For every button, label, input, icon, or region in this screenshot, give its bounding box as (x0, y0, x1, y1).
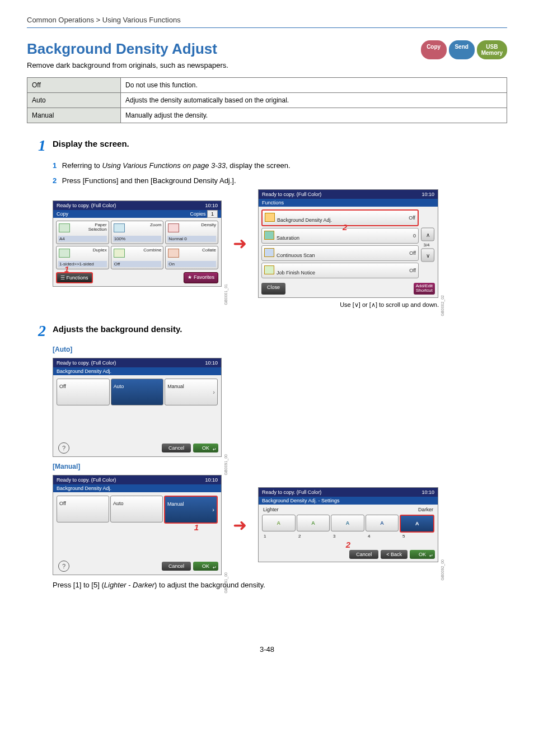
density-level-3[interactable]: A (331, 515, 364, 531)
panel-time: 10:10 (205, 360, 218, 366)
mode-pills: Copy Send USB Memory (421, 40, 507, 59)
substep-text: Press [Functions] and then [Background D… (62, 176, 236, 185)
page-title: Background Density Adjust (27, 40, 228, 58)
bda-manual-button[interactable]: Manual› (164, 496, 218, 524)
bda-auto-button[interactable]: Auto (111, 379, 164, 405)
chevron-right-icon: › (213, 389, 215, 395)
step-number: 2 (27, 322, 46, 340)
pill-copy: Copy (421, 40, 447, 59)
options-table: OffDo not use this function. AutoAdjusts… (27, 77, 507, 123)
func-saturation[interactable]: Saturation0 (261, 228, 419, 244)
panel-status: Ready to copy. (Full Color) (262, 192, 321, 197)
panel-mode: Copy (57, 211, 68, 217)
tile-combine[interactable]: CombineOff (111, 246, 164, 269)
bda-auto-panel: Ready to copy. (Full Color)10:10 Backgro… (53, 358, 222, 457)
func-continuous-scan[interactable]: Continuous ScanOff (261, 245, 419, 261)
panel-status: Ready to copy. (Full Color) (262, 489, 321, 495)
callout-marker: 2 (346, 540, 350, 549)
screen-code: GB0091_00 (224, 454, 228, 475)
tile-zoom[interactable]: Zoom100% (111, 221, 164, 244)
panel-status: Ready to copy. (Full Color) (57, 477, 116, 483)
scale-num: 5 (401, 534, 434, 539)
scroll-up-button[interactable]: ∧ (421, 228, 434, 241)
cancel-button[interactable]: Cancel (162, 444, 191, 452)
arrow-icon: ➜ (233, 515, 247, 535)
opt-desc: Do not use this function. (121, 78, 507, 93)
opt-name: Manual (27, 108, 121, 123)
bda-auto-button[interactable]: Auto (110, 496, 163, 522)
help-icon[interactable]: ? (58, 442, 69, 454)
favorites-button[interactable]: ★ Favorites (184, 272, 218, 283)
chevron-right-icon: › (212, 506, 214, 513)
panel-mode: Background Density Adj. (57, 368, 111, 374)
tile-collate[interactable]: CollateOn (165, 246, 218, 269)
functions-button[interactable]: ☰ Functions (56, 272, 93, 283)
screen-code: GB0001_01 (224, 284, 228, 305)
func-bg-density-adj[interactable]: Background Density Adj.Off (261, 209, 419, 226)
panel-status: Ready to copy. (Full Color) (57, 360, 116, 366)
add-edit-shortcut-button[interactable]: Add/Edit Shortcut (414, 283, 435, 295)
tile-paper-selection[interactable]: Paper SelectionA4 (56, 221, 109, 244)
lighter-label: Lighter (263, 507, 279, 512)
tile-density[interactable]: DensityNormal 0 (165, 221, 218, 244)
functions-list-panel: Ready to copy. (Full Color)10:10 Functio… (258, 189, 438, 298)
scale-num: 3 (331, 534, 365, 539)
cancel-button[interactable]: Cancel (162, 562, 191, 571)
zoom-icon (114, 223, 125, 232)
opt-name: Auto (27, 93, 121, 108)
subtitle: Remove dark background from originals, s… (27, 61, 228, 69)
panel-time: 10:10 (205, 203, 218, 208)
opt-desc: Manually adjust the density. (121, 108, 507, 123)
panel-mode: Functions (262, 200, 284, 206)
panel-time: 10:10 (205, 477, 218, 483)
screen-code: GB0002_02 (441, 295, 444, 316)
page-indicator: 3/4 (423, 242, 429, 248)
step-title: Adjusts the background density. (53, 324, 182, 334)
scale-num: 4 (366, 534, 400, 539)
panel-mode: Background Density Adj. - Settings (262, 498, 340, 503)
page-number: 3-48 (27, 645, 507, 670)
callout-marker: 1 (194, 522, 199, 532)
copies-value[interactable]: 1 (207, 210, 218, 218)
screen-code: GB0091_00 (224, 572, 228, 593)
combine-icon (114, 249, 125, 258)
cancel-button[interactable]: Cancel (349, 550, 378, 559)
density-level-5[interactable]: A (400, 515, 434, 533)
bda-manual-button[interactable]: Manual› (165, 379, 218, 405)
func-job-finish-notice[interactable]: Job Finish NoticeOff (261, 263, 419, 278)
ok-button[interactable]: OK (193, 444, 218, 452)
manual-label: [Manual] (53, 463, 507, 470)
callout-marker: 2 (343, 222, 347, 232)
paper-icon (59, 223, 70, 232)
panel-time: 10:10 (421, 489, 434, 495)
copy-screen-panel: Ready to copy. (Full Color)10:10 Copy Co… (53, 200, 222, 287)
density-level-4[interactable]: A (366, 515, 399, 531)
scroll-down-button[interactable]: ∨ (421, 249, 434, 262)
density-level-2[interactable]: A (297, 515, 330, 531)
collate-icon (168, 249, 179, 258)
ok-button[interactable]: OK (410, 550, 435, 559)
help-icon[interactable]: ? (58, 561, 69, 572)
bg-density-icon (265, 213, 275, 222)
pill-send: Send (449, 40, 475, 59)
density-level-1[interactable]: A (262, 515, 296, 531)
back-button[interactable]: < Back (381, 550, 407, 559)
duplex-icon (59, 249, 70, 258)
close-button[interactable]: Close (261, 283, 285, 295)
copies-label: Copies (190, 211, 205, 217)
ok-button[interactable]: OK (193, 562, 218, 571)
saturation-icon (264, 231, 274, 240)
callout-marker: 1 (64, 264, 69, 274)
step-number: 1 (27, 137, 46, 155)
xref-link[interactable]: Using Various Functions on page 3-33 (102, 161, 226, 170)
substep-number: 2 (53, 176, 57, 185)
scroll-note: Use [∨] or [∧] to scroll up and down. (53, 301, 439, 309)
bda-off-button[interactable]: Off (57, 496, 109, 522)
pill-usb: USB Memory (477, 40, 507, 59)
panel-time: 10:10 (421, 192, 434, 197)
opt-name: Off (27, 78, 121, 93)
density-icon (168, 223, 179, 232)
scale-num: 1 (262, 534, 296, 539)
bda-off-button[interactable]: Off (57, 379, 110, 405)
scale-num: 2 (297, 534, 330, 539)
